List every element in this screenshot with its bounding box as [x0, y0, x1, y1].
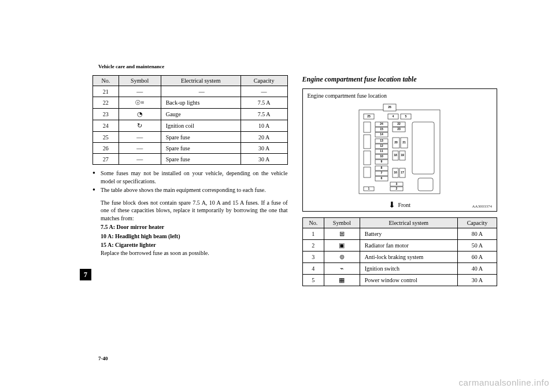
- note-bold: 7.5 A: Door mirror heater: [92, 223, 288, 231]
- th-capacity: Capacity: [240, 76, 287, 86]
- svg-text:1: 1: [368, 187, 370, 190]
- table-row: 1⊞Battery80 A: [302, 228, 497, 240]
- svg-text:15: 15: [380, 127, 383, 131]
- note-sub: The fuse block does not contain spare 7.…: [92, 199, 288, 223]
- chapter-tab: 7: [80, 269, 91, 280]
- svg-text:18: 18: [394, 153, 397, 157]
- main-content: No. Symbol Electrical system Capacity 21…: [92, 75, 497, 286]
- table-row: 27—Spare fuse30 A: [93, 154, 288, 165]
- th-symbol: Symbol: [324, 218, 360, 228]
- svg-text:3: 3: [396, 182, 398, 186]
- front-indicator: ⬇ Front: [388, 200, 410, 210]
- right-heading: Engine compartment fuse location table: [302, 75, 498, 84]
- th-system: Electrical system: [161, 76, 240, 86]
- svg-rect-10: [364, 135, 371, 149]
- svg-text:12: 12: [380, 144, 383, 147]
- diagram-label: Engine compartment fuse location: [308, 93, 493, 99]
- table-row: 21———: [93, 86, 288, 97]
- svg-rect-11: [364, 151, 371, 165]
- table-row: 22⦾≡Back-up lights7.5 A: [93, 97, 288, 109]
- th-no: No.: [302, 218, 324, 228]
- left-fuse-table: No. Symbol Electrical system Capacity 21…: [92, 75, 288, 165]
- svg-text:5: 5: [405, 114, 407, 118]
- note-item: The table above shows the main equipment…: [92, 186, 288, 194]
- svg-text:22: 22: [397, 122, 401, 125]
- table-row: 4⌁Ignition switch40 A: [302, 263, 497, 275]
- svg-text:24: 24: [380, 122, 383, 125]
- arrow-down-icon: ⬇: [388, 200, 395, 210]
- right-column: Engine compartment fuse location table E…: [302, 75, 498, 286]
- page-number: 7-40: [98, 356, 108, 361]
- front-label: Front: [398, 202, 410, 208]
- svg-text:13: 13: [380, 139, 383, 142]
- svg-text:4: 4: [393, 114, 394, 118]
- table-row: 2▣Radiator fan motor50 A: [302, 240, 497, 252]
- svg-text:14: 14: [380, 132, 383, 136]
- svg-text:20: 20: [394, 140, 398, 144]
- table-row: 5▦Power window control30 A: [302, 275, 497, 286]
- svg-text:11: 11: [380, 149, 383, 153]
- svg-rect-52: [418, 178, 433, 191]
- svg-text:19: 19: [401, 153, 404, 157]
- watermark: carmanualsonline.info: [459, 378, 549, 387]
- table-row: 26—Spare fuse30 A: [93, 143, 288, 154]
- svg-text:23: 23: [397, 127, 401, 131]
- fuse-diagram: 26 25 4 5 24 15 14 13 12: [342, 101, 457, 199]
- svg-rect-9: [364, 122, 371, 132]
- table-row: 23◔Gauge7.5 A: [93, 109, 288, 120]
- notes-list: Some fuses may not be installed on your …: [92, 169, 288, 194]
- svg-text:9: 9: [381, 160, 383, 163]
- svg-text:16: 16: [394, 171, 397, 174]
- note-bold: 15 A: Cigarette lighter: [92, 241, 288, 249]
- svg-text:17: 17: [401, 171, 404, 174]
- table-row: 24↻Ignition coil10 A: [93, 120, 288, 132]
- svg-text:21: 21: [402, 140, 406, 144]
- diagram-box: Engine compartment fuse location 26 25 4…: [302, 88, 498, 212]
- note-item: Some fuses may not be installed on your …: [92, 169, 288, 185]
- svg-text:7: 7: [381, 171, 383, 175]
- svg-text:26: 26: [388, 105, 391, 109]
- table-row: 3⊚Anti-lock braking system60 A: [302, 252, 497, 263]
- svg-text:25: 25: [367, 114, 371, 118]
- svg-rect-51: [412, 122, 434, 174]
- note-bold: 10 A: Headlight high beam (left): [92, 232, 288, 241]
- th-capacity: Capacity: [457, 218, 497, 228]
- th-symbol: Symbol: [119, 76, 161, 86]
- svg-text:6: 6: [381, 176, 383, 180]
- th-no: No.: [93, 76, 119, 86]
- svg-text:8: 8: [381, 166, 383, 169]
- note-end: Replace the borrowed fuse as soon as pos…: [92, 249, 288, 257]
- th-system: Electrical system: [360, 218, 457, 228]
- svg-text:10: 10: [380, 154, 383, 158]
- table-row: 25—Spare fuse20 A: [93, 132, 288, 143]
- svg-text:2: 2: [396, 187, 398, 190]
- right-fuse-table: No. Symbol Electrical system Capacity 1⊞…: [302, 217, 498, 286]
- left-column: No. Symbol Electrical system Capacity 21…: [92, 75, 288, 286]
- svg-rect-12: [364, 167, 371, 177]
- section-header: Vehicle care and maintenance: [98, 64, 164, 69]
